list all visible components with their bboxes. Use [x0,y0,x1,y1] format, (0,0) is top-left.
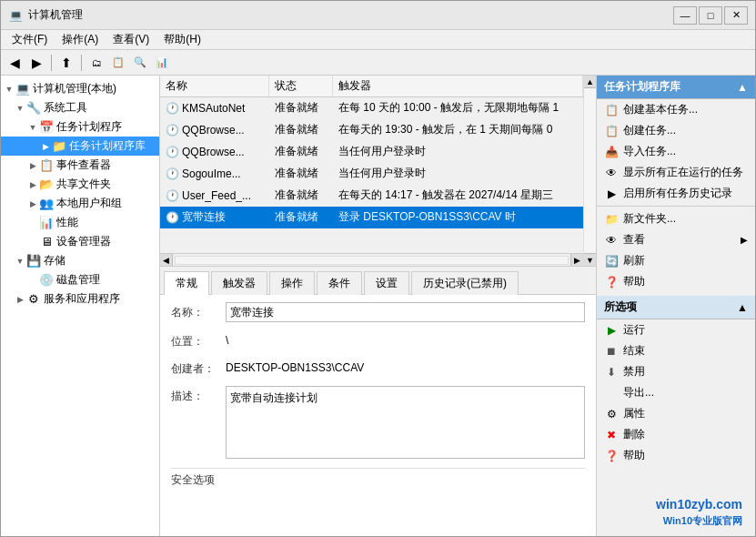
menu-action[interactable]: 操作(A) [55,30,106,49]
label-delete: 删除 [623,427,645,442]
icon-end: ⏹ [604,344,619,359]
menu-file[interactable]: 文件(F) [5,30,55,49]
sidebar-item-storage[interactable]: ▼ 💾 存储 [1,251,159,270]
tab-settings[interactable]: 设置 [364,271,409,295]
sidebar-item-event-viewer[interactable]: ▶ 📋 事件查看器 [1,156,159,175]
cell-trigger-4: 在每天的 14:17 - 触发器在 2027/4/14 星期三 [333,186,583,205]
sidebar-item-local-users[interactable]: ▶ 👥 本地用户和组 [1,194,159,213]
col-header-name[interactable]: 名称 [160,76,269,96]
col-header-trigger[interactable]: 触发器 [333,76,583,96]
hscroll-right[interactable]: ▶ [570,254,583,267]
col-header-status[interactable]: 状态 [269,76,333,96]
sidebar-item-task-lib[interactable]: ▶ 📁 任务计划程序库 [1,137,159,156]
action-help-2[interactable]: ❓ 帮助 [597,445,755,466]
label-show-running: 显示所有正在运行的任务 [623,165,743,180]
hscroll-track[interactable] [175,256,569,265]
label-creator: 创建者： [171,359,226,377]
hscroll-left[interactable]: ◀ [160,254,173,267]
cell-status-2: 准备就绪 [269,142,333,161]
cell-trigger-1: 在每天的 19:30 - 触发后，在 1 天期间每隔 0 [333,120,583,139]
expander-task-lib[interactable]: ▶ [39,140,52,153]
expander-disk-mgmt[interactable] [26,274,39,287]
table-row[interactable]: 🕐 宽带连接 准备就绪 登录 DESKTOP-OBN1SS3\CCAV 时 [160,207,583,228]
table-row[interactable]: 🕐 KMSAutoNet 准备就绪 在每 10 天的 10:00 - 触发后，无… [160,97,583,119]
maximize-button[interactable]: □ [699,6,722,25]
action-enable-history[interactable]: ▶ 启用所有任务历史记录 [597,183,755,204]
sidebar-item-disk-mgmt[interactable]: 💿 磁盘管理 [1,270,159,289]
expander-task-scheduler[interactable]: ▼ [26,121,39,134]
expander-shared-folders[interactable]: ▶ [26,178,39,191]
action-export[interactable]: 导出... [597,382,755,403]
vscroll-up[interactable]: ▲ [584,76,596,88]
action-disable[interactable]: ⬇ 禁用 [597,361,755,382]
action-properties[interactable]: ⚙ 属性 [597,403,755,424]
sidebar-item-task-scheduler[interactable]: ▼ 📅 任务计划程序 [1,117,159,137]
tab-action[interactable]: 操作 [269,271,315,295]
action-new-folder[interactable]: 📁 新文件夹... [597,208,755,229]
action-delete[interactable]: ✖ 删除 [597,424,755,445]
back-button[interactable]: ◀ [5,53,25,73]
expander-root[interactable]: ▼ [3,83,15,96]
expander-services[interactable]: ▶ [14,293,26,306]
action-import-task[interactable]: 📥 导入任务... [597,141,755,162]
action-view[interactable]: 👁 查看 ▶ [597,229,755,250]
minimize-button[interactable]: — [673,6,697,25]
expander-local-users[interactable]: ▶ [26,198,39,210]
input-name[interactable] [226,302,585,322]
action-end[interactable]: ⏹ 结束 [597,340,755,361]
actions-section-header-2[interactable]: 所选项 ▲ [597,296,755,319]
table-row[interactable]: 🕐 QQBrowse... 准备就绪 当任何用户登录时 [160,141,583,163]
label-export: 导出... [623,385,654,400]
tab-general[interactable]: 常规 [164,271,209,295]
label-refresh: 刷新 [623,253,645,268]
expander-event-viewer[interactable]: ▶ [26,159,39,172]
action-show-running[interactable]: 👁 显示所有正在运行的任务 [597,162,755,183]
view-button-2[interactable]: 📋 [108,53,128,73]
cell-status-4: 准备就绪 [269,186,333,205]
expander-device-mgr[interactable] [26,236,39,248]
expander-storage[interactable]: ▼ [14,255,26,268]
table-row[interactable]: 🕐 User_Feed_... 准备就绪 在每天的 14:17 - 触发器在 2… [160,185,583,207]
view-arrow: ▶ [741,235,748,245]
up-button[interactable]: ⬆ [56,53,76,73]
action-create-task[interactable]: 📋 创建任务... [597,120,755,141]
tab-trigger[interactable]: 触发器 [211,271,267,295]
sidebar-item-services[interactable]: ▶ ⚙ 服务和应用程序 [1,289,159,309]
label-run: 运行 [623,322,645,338]
expander-performance[interactable] [26,217,39,229]
close-button[interactable]: ✕ [724,6,748,25]
table-row[interactable]: 🕐 QQBrowse... 准备就绪 在每天的 19:30 - 触发后，在 1 … [160,119,583,141]
horizontal-scrollbar[interactable]: ◀ ▶ [160,253,583,266]
icon-show-running: 👁 [604,166,619,180]
action-refresh[interactable]: 🔄 刷新 [597,250,755,271]
tab-condition[interactable]: 条件 [317,271,362,295]
action-create-basic[interactable]: 📋 创建基本任务... [597,99,755,120]
menu-help[interactable]: 帮助(H) [156,30,208,49]
sidebar-item-device-mgr[interactable]: 🖥 设备管理器 [1,232,159,251]
vscroll-down[interactable]: ▼ [584,253,596,266]
cell-trigger-0: 在每 10 天的 10:00 - 触发后，无限期地每隔 1 [333,98,583,117]
actions-section-header-1[interactable]: 任务计划程序库 ▲ [597,76,755,99]
toolbar: ◀ ▶ ⬆ 🗂 📋 🔍 📊 [1,50,755,76]
view-button-4[interactable]: 📊 [152,53,172,73]
tab-history[interactable]: 历史记录(已禁用) [411,271,519,295]
forward-button[interactable]: ▶ [26,53,46,73]
sidebar-item-system-tools[interactable]: ▼ 🔧 系统工具 [1,98,159,117]
menu-view[interactable]: 查看(V) [106,30,156,49]
list-vscroll[interactable]: ▲ ▼ [583,76,596,266]
table-row[interactable]: 🕐 SogouIme... 准备就绪 当任何用户登录时 [160,163,583,185]
action-run[interactable]: ▶ 运行 [597,319,755,340]
vscroll-track[interactable] [584,88,596,253]
action-help-1[interactable]: ❓ 帮助 [597,271,755,292]
view-button-1[interactable]: 🗂 [86,53,106,73]
expander-system-tools[interactable]: ▼ [14,102,26,115]
sidebar-item-root[interactable]: ▼ 💻 计算机管理(本地) [1,79,159,98]
cell-status-0: 准备就绪 [269,98,333,117]
input-desc[interactable]: 宽带自动连接计划 [226,386,585,459]
label-desc: 描述： [171,386,226,404]
view-button-3[interactable]: 🔍 [130,53,150,73]
sidebar-item-performance[interactable]: 📊 性能 [1,213,159,232]
icon-enable-history: ▶ [604,187,619,201]
sidebar-item-shared-folders[interactable]: ▶ 📂 共享文件夹 [1,175,159,194]
field-location: 位置： \ [171,331,585,350]
